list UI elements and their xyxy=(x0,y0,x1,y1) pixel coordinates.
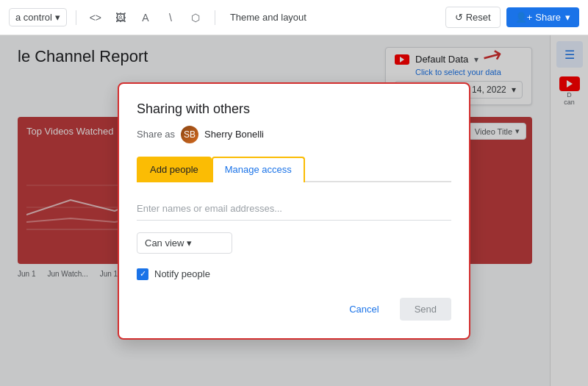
chevron-down-icon: ▾ xyxy=(55,12,60,23)
toolbar-icons: <> 🖼 A \ ⬡ xyxy=(85,7,206,28)
image-icon[interactable]: 🖼 xyxy=(110,7,131,28)
chevron-down-icon: ▾ xyxy=(565,12,570,23)
sharing-modal: Sharing with others Share as SB Sherry B… xyxy=(118,82,470,340)
tabs-row: Add people Manage access xyxy=(137,155,451,182)
share-label: Share xyxy=(535,12,561,23)
notify-row: ✓ Notify people xyxy=(137,268,451,280)
share-as-row: Share as SB Sherry Bonelli xyxy=(137,126,451,143)
text-icon[interactable]: A xyxy=(135,7,156,28)
modal-title: Sharing with others xyxy=(137,101,451,117)
tab-manage-access[interactable]: Manage access xyxy=(212,157,305,182)
email-input[interactable] xyxy=(137,197,451,221)
email-input-wrap xyxy=(137,197,451,221)
notify-checkbox[interactable]: ✓ xyxy=(137,268,148,280)
main-content: ↗ le Channel Report Default Data ▾ Click… xyxy=(0,35,588,386)
notify-label: Notify people xyxy=(154,268,210,279)
modal-buttons: Cancel Send xyxy=(137,298,451,321)
toolbar-separator-2 xyxy=(215,10,215,25)
code-icon[interactable]: <> xyxy=(85,7,106,28)
permission-row: Can view ▾ xyxy=(137,232,451,254)
avatar-image: SB xyxy=(181,126,198,143)
toolbar: a control ▾ <> 🖼 A \ ⬡ Theme and layout … xyxy=(0,0,588,35)
cancel-button[interactable]: Cancel xyxy=(334,298,393,321)
theme-layout-button[interactable]: Theme and layout xyxy=(224,9,312,26)
chevron-down-icon: ▾ xyxy=(187,237,192,249)
user-name: Sherry Bonelli xyxy=(204,129,264,140)
modal-overlay[interactable]: Sharing with others Share as SB Sherry B… xyxy=(0,35,588,386)
toolbar-left: a control ▾ <> 🖼 A \ ⬡ Theme and layout xyxy=(9,7,312,28)
toolbar-right: ↺ Reset 👤+ Share ▾ xyxy=(445,7,579,28)
check-icon: ✓ xyxy=(140,269,146,279)
permission-label: Can view xyxy=(145,237,184,249)
share-icon: 👤+ xyxy=(515,12,533,23)
share-button[interactable]: 👤+ Share ▾ xyxy=(506,7,579,27)
share-as-label: Share as xyxy=(137,129,175,140)
control-button[interactable]: a control ▾ xyxy=(9,8,67,26)
shape-icon[interactable]: ⬡ xyxy=(185,7,206,28)
toolbar-separator xyxy=(76,10,76,25)
reset-icon: ↺ xyxy=(455,12,463,23)
control-label: a control xyxy=(15,12,52,23)
reset-label: Reset xyxy=(466,12,491,23)
reset-button[interactable]: ↺ Reset xyxy=(445,7,501,28)
user-avatar: SB xyxy=(181,126,198,143)
send-button[interactable]: Send xyxy=(400,298,451,321)
permission-dropdown[interactable]: Can view ▾ xyxy=(137,232,232,254)
line-icon[interactable]: \ xyxy=(160,7,181,28)
tab-add-people[interactable]: Add people xyxy=(137,157,212,182)
